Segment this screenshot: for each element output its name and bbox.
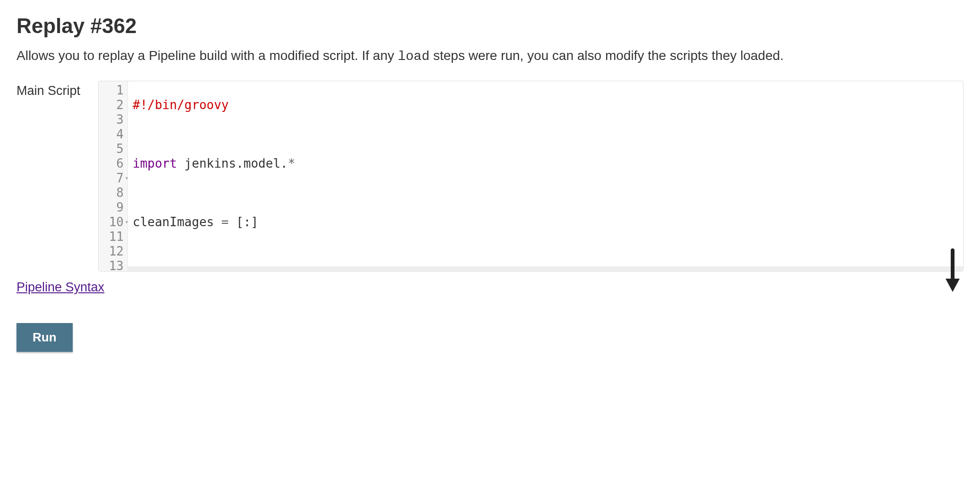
gutter-line: 7▾ bbox=[104, 171, 124, 186]
pipeline-syntax-link[interactable]: Pipeline Syntax bbox=[17, 280, 104, 295]
run-button[interactable]: Run bbox=[17, 323, 73, 352]
description-text-post: steps were run, you can also modify the … bbox=[430, 48, 784, 63]
fold-toggle-icon[interactable]: ▾ bbox=[125, 171, 128, 186]
gutter-line: 3 bbox=[104, 112, 124, 127]
main-script-editor[interactable]: 1 2 3 4 5 6 7▾ 8 9 10▾ 11 12 13 #!/bin/g… bbox=[98, 81, 963, 272]
script-form-row: Main Script 1 2 3 4 5 6 7▾ 8 9 10▾ 11 12… bbox=[17, 81, 963, 272]
code-line: import jenkins.model.* bbox=[133, 156, 958, 171]
description-code-literal: load bbox=[398, 49, 430, 64]
page-title: Replay #362 bbox=[17, 14, 963, 38]
gutter-line: 5 bbox=[104, 142, 124, 156]
button-row: Run bbox=[17, 323, 963, 352]
gutter-line: 13 bbox=[104, 259, 124, 272]
gutter-line: 10▾ bbox=[104, 215, 124, 230]
gutter-line: 6 bbox=[104, 156, 124, 171]
script-label: Main Script bbox=[17, 81, 90, 98]
editor-horizontal-scrollbar[interactable] bbox=[128, 266, 963, 271]
svg-marker-1 bbox=[946, 279, 960, 292]
code-line: #!/bin/groovy bbox=[133, 98, 958, 112]
editor-gutter: 1 2 3 4 5 6 7▾ 8 9 10▾ 11 12 13 bbox=[99, 81, 128, 271]
editor-code-area[interactable]: #!/bin/groovy import jenkins.model.* cle… bbox=[128, 81, 963, 271]
gutter-line: 9 bbox=[104, 200, 124, 215]
gutter-line: 12 bbox=[104, 244, 124, 259]
gutter-line: 1 bbox=[104, 83, 124, 98]
code-line bbox=[133, 244, 958, 259]
code-line bbox=[133, 127, 958, 142]
gutter-line: 11 bbox=[104, 230, 124, 244]
code-line bbox=[133, 186, 958, 200]
gutter-line: 4 bbox=[104, 127, 124, 142]
gutter-line: 2 bbox=[104, 98, 124, 112]
page-description: Allows you to replay a Pipeline build wi… bbox=[17, 46, 963, 66]
fold-toggle-icon[interactable]: ▾ bbox=[125, 215, 128, 230]
description-text-pre: Allows you to replay a Pipeline build wi… bbox=[17, 48, 398, 63]
code-line: cleanImages = [:] bbox=[133, 215, 958, 230]
gutter-line: 8 bbox=[104, 186, 124, 200]
